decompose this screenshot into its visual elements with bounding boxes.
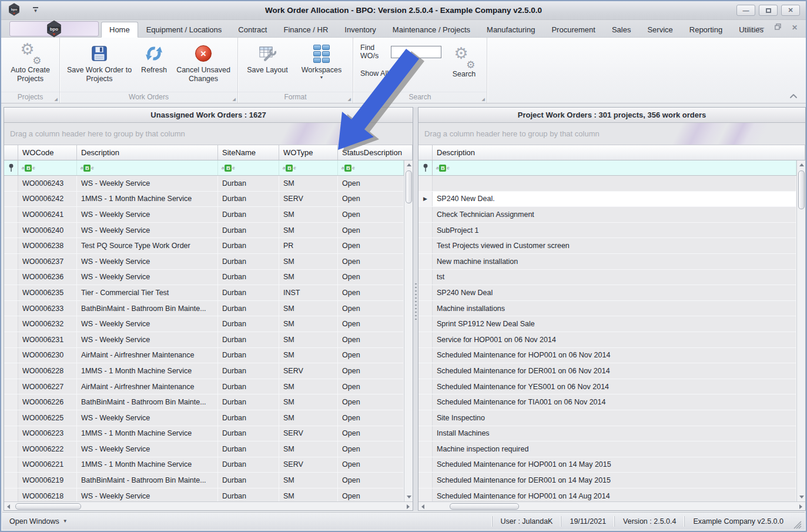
mdi-minimize-icon[interactable]: —	[757, 24, 764, 32]
save-layout-button[interactable]: Save Layout	[240, 39, 294, 92]
table-row[interactable]: Service for HOP001 on 06 Nov 2014	[418, 332, 796, 348]
table-row[interactable]: Scheduled Maintenance for HOP001 on 14 A…	[418, 488, 796, 501]
table-row[interactable]: WO00062211MMS - 1 Month Machine ServiceD…	[4, 457, 404, 473]
table-row[interactable]: Scheduled Maintenance for HOP001 on 14 M…	[418, 457, 796, 473]
table-row[interactable]: Check Technician Assignment	[418, 207, 796, 223]
filter-cell-wocode[interactable]: aBc	[18, 160, 77, 175]
table-row[interactable]: Site Inspectino	[418, 410, 796, 426]
tab-procurement[interactable]: Procurement	[543, 22, 603, 37]
show-all-checkbox[interactable]	[393, 68, 403, 78]
minimize-button[interactable]: —	[736, 5, 755, 16]
left-vertical-scrollbar[interactable]	[404, 160, 413, 501]
workspaces-button[interactable]: Workspaces ▼	[294, 39, 349, 92]
table-row[interactable]: WO0006236WS - Weekly ServiceDurbanSMOpen	[4, 270, 404, 286]
collapse-ribbon-icon[interactable]	[787, 91, 800, 101]
open-windows-dropdown[interactable]: Open Windows ▼	[2, 517, 68, 526]
tab-manufacturing[interactable]: Manufacturing	[478, 22, 543, 37]
scroll-left-icon[interactable]	[4, 502, 13, 511]
table-row[interactable]: Scheduled Maintenance for TIA001 on 06 N…	[418, 394, 796, 410]
tab-contract[interactable]: Contract	[230, 22, 275, 37]
search-button[interactable]: ⚙⚙ Search	[447, 44, 481, 92]
filter-pin-cell[interactable]	[418, 160, 433, 175]
find-wo-input[interactable]	[391, 46, 441, 58]
filter-pin-cell[interactable]	[4, 160, 18, 175]
table-row[interactable]: WO0006243WS - Weekly ServiceDurbanSMOpen	[4, 176, 404, 192]
table-row[interactable]: SP240 New Deal	[418, 285, 796, 301]
scroll-left-icon[interactable]	[418, 502, 427, 511]
scroll-down-icon[interactable]	[404, 493, 413, 501]
right-horizontal-scrollbar[interactable]	[418, 501, 805, 510]
dialog-launcher-icon[interactable]: ◢	[482, 97, 485, 101]
dialog-launcher-icon[interactable]: ◢	[348, 97, 351, 101]
tab-home[interactable]: Home	[101, 22, 138, 38]
tab-service[interactable]: Service	[639, 22, 681, 37]
right-vertical-scrollbar[interactable]	[796, 160, 805, 501]
tab-reporting[interactable]: Reporting	[681, 22, 731, 37]
table-row[interactable]: WO00062421MMS - 1 Month Machine ServiceD…	[4, 192, 404, 208]
table-row[interactable]	[418, 176, 796, 192]
close-button[interactable]: ✕	[781, 5, 800, 16]
scrollbar-thumb[interactable]	[15, 503, 81, 510]
table-row[interactable]: WO00062231MMS - 1 Month Machine ServiceD…	[4, 426, 404, 442]
table-row[interactable]: WO0006219BathBinMaint - Bathroom Bin Mai…	[4, 473, 404, 488]
table-row[interactable]: WO0006226BathBinMaint - Bathroom Bin Mai…	[4, 394, 404, 410]
filter-cell-description[interactable]: aBc	[433, 160, 796, 175]
column-header-statusdescription[interactable]: StatusDescription	[338, 145, 413, 160]
table-row[interactable]: Machine inspection required	[418, 441, 796, 457]
maximize-button[interactable]	[759, 5, 778, 16]
cancel-unsaved-changes-button[interactable]: ✕ Cancel Unsaved Changes	[172, 39, 235, 92]
save-work-order-button[interactable]: Save Work Order to Projects	[62, 39, 136, 92]
scroll-right-icon[interactable]	[796, 502, 805, 511]
scroll-up-icon[interactable]	[797, 160, 806, 169]
table-row[interactable]: tst	[418, 270, 796, 286]
dialog-launcher-icon[interactable]: ◢	[55, 97, 58, 101]
table-row[interactable]: Scheduled Maintenance for HOP001 on 06 N…	[418, 348, 796, 364]
filter-cell-statusdescription[interactable]: aBc	[338, 160, 404, 175]
tab-finance-hr[interactable]: Finance / HR	[275, 22, 336, 37]
table-row[interactable]: WO0006231WS - Weekly ServiceDurbanSMOpen	[4, 332, 404, 348]
table-row[interactable]: Machine installations	[418, 301, 796, 317]
column-header-wocode[interactable]: WOCode	[18, 145, 77, 160]
table-row[interactable]: WO00062281MMS - 1 Month Machine ServiceD…	[4, 363, 404, 379]
table-row[interactable]: SubProject 1	[418, 223, 796, 239]
table-row[interactable]: WO0006235Tier - Commercial Tier TestDurb…	[4, 285, 404, 301]
table-row[interactable]: Scheduled Maintenance for DER001 on 14 M…	[418, 473, 796, 488]
table-row[interactable]: WO0006230AirMaint - Airfreshner Maintena…	[4, 348, 404, 364]
tab-equipment-locations[interactable]: Equipment / Locations	[138, 22, 230, 37]
column-header-description[interactable]: Description	[433, 145, 805, 160]
table-row[interactable]: Test Projects viewed in Customer screen	[418, 238, 796, 254]
tab-inventory[interactable]: Inventory	[336, 22, 384, 37]
column-header-wotype[interactable]: WOType	[279, 145, 338, 160]
column-header-description[interactable]: Description	[77, 145, 218, 160]
resize-grip-icon[interactable]	[793, 520, 802, 530]
scrollbar-thumb[interactable]	[798, 170, 805, 209]
table-row[interactable]: WO0006238Test PQ Source Type Work OrderD…	[4, 238, 404, 254]
left-group-by-bar[interactable]: Drag a column header here to group by th…	[4, 123, 413, 145]
table-row[interactable]: WO0006240WS - Weekly ServiceDurbanSMOpen	[4, 223, 404, 239]
table-row[interactable]: WO0006237WS - Weekly ServiceDurbanSMOpen	[4, 254, 404, 270]
scrollbar-thumb[interactable]	[450, 503, 519, 510]
table-row[interactable]: WO0006225WS - Weekly ServiceDurbanSMOpen	[4, 410, 404, 426]
table-row[interactable]: WO0006222WS - Weekly ServiceDurbanSMOpen	[4, 441, 404, 457]
table-row[interactable]: WO0006233BathBinMaint - Bathroom Bin Mai…	[4, 301, 404, 317]
dialog-launcher-icon[interactable]: ◢	[233, 97, 236, 101]
filter-cell-wotype[interactable]: aBc	[279, 160, 338, 175]
table-row[interactable]: ▶SP240 New Deal.	[418, 192, 796, 208]
tab-sales[interactable]: Sales	[604, 22, 639, 37]
table-row[interactable]: Install Machines	[418, 426, 796, 442]
left-horizontal-scrollbar[interactable]	[4, 501, 413, 510]
tab-maintenance-projects[interactable]: Maintenance / Projects	[384, 22, 478, 37]
auto-create-projects-button[interactable]: ⚙⚙ Auto Create Projects	[4, 39, 57, 92]
scroll-down-icon[interactable]	[797, 493, 806, 501]
mdi-restore-icon[interactable]	[775, 24, 781, 32]
table-row[interactable]: WO0006227AirMaint - Airfreshner Maintena…	[4, 379, 404, 395]
table-row[interactable]: New machine installation	[418, 254, 796, 270]
panel-splitter[interactable]	[413, 107, 418, 511]
filter-cell-sitename[interactable]: aBc	[218, 160, 279, 175]
table-row[interactable]: Sprint SP1912 New Deal Sale	[418, 316, 796, 332]
table-row[interactable]: WO0006241WS - Weekly ServiceDurbanSMOpen	[4, 207, 404, 223]
scroll-right-icon[interactable]	[404, 502, 413, 511]
table-row[interactable]: WO0006232WS - Weekly ServiceDurbanSMOpen	[4, 316, 404, 332]
scroll-up-icon[interactable]	[404, 160, 413, 169]
filter-cell-description[interactable]: aBc	[77, 160, 218, 175]
